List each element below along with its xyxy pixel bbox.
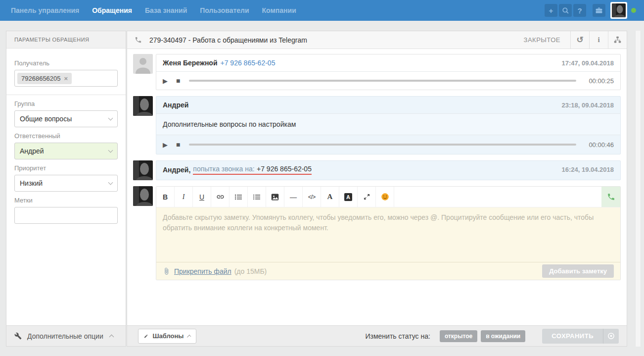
- horizontal-rule-button[interactable]: —: [284, 187, 303, 207]
- info-icon: i: [598, 36, 599, 44]
- note-textarea[interactable]: Добавьте скрытую заметку. Упомянуть колл…: [156, 207, 620, 262]
- toolbar-spacer: [394, 187, 601, 207]
- search-button[interactable]: [559, 4, 572, 17]
- audio-progress-bar[interactable]: [189, 80, 576, 82]
- ticket-params-sidebar: ПАРАМЕТРЫ ОБРАЩЕНИЯ Получатель 792686562…: [6, 31, 126, 347]
- priority-label: Приоритет: [14, 164, 118, 172]
- nav-item-companies[interactable]: Компании: [262, 6, 296, 14]
- attach-file-link[interactable]: Прикрепить файл: [174, 267, 231, 275]
- message-timestamp: 17:47, 09.04.2018: [561, 59, 614, 67]
- message-author: Андрей,: [163, 166, 190, 174]
- code-button[interactable]: </>: [303, 187, 321, 207]
- message-text: Дополнительные вопросы по настройкам: [156, 114, 620, 135]
- add-note-button[interactable]: Добавить заметку: [542, 264, 614, 278]
- help-button[interactable]: ?: [573, 4, 586, 17]
- ticket-header-left: 279-340497 - Работа с обращениями из Tel…: [127, 31, 307, 49]
- history-icon: ↺: [576, 35, 583, 45]
- additional-options-toggle[interactable]: Дополнительные опции: [6, 325, 126, 346]
- user-avatar[interactable]: [610, 2, 627, 19]
- link-button[interactable]: [211, 187, 230, 207]
- link-icon: [216, 193, 225, 201]
- paperclip-icon: [163, 267, 170, 275]
- additional-options-label: Дополнительные опции: [27, 332, 103, 340]
- briefcase-icon: [595, 6, 603, 14]
- avatar: [133, 54, 153, 74]
- nav-item-users[interactable]: Пользователи: [200, 6, 249, 14]
- ordered-list-icon: [235, 194, 242, 200]
- stop-button[interactable]: ■: [176, 77, 180, 85]
- nav-item-tickets[interactable]: Обращения: [92, 6, 132, 14]
- briefcase-button[interactable]: [593, 4, 605, 17]
- stop-button[interactable]: ■: [176, 141, 180, 149]
- ticket-main-panel: 279-340497 - Работа с обращениями из Tel…: [127, 31, 627, 347]
- caller-phone-link[interactable]: +7 926 865-62-05: [221, 59, 276, 67]
- status-open-button[interactable]: открытое: [440, 330, 477, 342]
- history-button[interactable]: ↺: [570, 31, 589, 49]
- ticket-status-badge: ЗАКРЫТОЕ: [514, 31, 570, 49]
- code-icon: </>: [308, 194, 315, 201]
- background-color-icon: A: [344, 193, 352, 201]
- add-button[interactable]: +: [545, 4, 557, 17]
- merge-button[interactable]: [608, 31, 627, 49]
- underline-button[interactable]: U: [193, 187, 211, 207]
- image-icon: [271, 193, 279, 201]
- avatar-photo: [612, 3, 626, 17]
- expand-button[interactable]: [358, 187, 376, 207]
- unordered-list-icon: [253, 194, 260, 200]
- info-button[interactable]: i: [589, 31, 608, 49]
- unordered-list-button[interactable]: [248, 187, 266, 207]
- message-timestamp: 23:18, 09.04.2018: [561, 102, 614, 109]
- avatar: [133, 160, 153, 180]
- group-select[interactable]: Общие вопросы: [14, 110, 118, 127]
- chevron-down-icon: [108, 148, 113, 153]
- message-author: Женя Бережной: [163, 59, 218, 67]
- phone-channel-icon: [135, 36, 142, 44]
- assignee-select[interactable]: Андрей: [14, 143, 118, 159]
- templates-label: Шаблоны: [152, 332, 184, 340]
- chevron-up-icon: [187, 335, 191, 339]
- message-header: Женя Бережной +7 926 865-62-05 17:47, 09…: [156, 54, 620, 72]
- underline-icon: U: [199, 193, 204, 201]
- assignee-value: Андрей: [20, 147, 44, 155]
- audio-player: ▶ ■ 00:00:46: [156, 135, 620, 154]
- ordered-list-button[interactable]: [230, 187, 248, 207]
- bold-button[interactable]: B: [156, 187, 175, 207]
- status-pending-button[interactable]: в ожидании: [481, 330, 525, 342]
- change-status-label: Изменить статус на:: [365, 332, 430, 340]
- message-header: Андрей, попытка звонка на: +7 926 865-62…: [156, 161, 620, 178]
- audio-progress-bar[interactable]: [189, 144, 576, 146]
- page-scrollbar[interactable]: [635, 31, 641, 347]
- sidebar-title: ПАРАМЕТРЫ ОБРАЩЕНИЯ: [6, 31, 126, 49]
- save-options-button[interactable]: [603, 329, 619, 344]
- nav-item-dashboard[interactable]: Панель управления: [11, 6, 79, 14]
- message-author: Андрей: [163, 101, 188, 109]
- group-label: Группа: [14, 100, 118, 107]
- tags-input[interactable]: [14, 207, 118, 224]
- play-button[interactable]: ▶: [163, 77, 168, 85]
- message-row: Андрей, попытка звонка на: +7 926 865-62…: [133, 160, 621, 180]
- search-icon: [562, 7, 569, 14]
- priority-select[interactable]: Низкий: [14, 175, 118, 192]
- call-attempt-link[interactable]: попытка звонка на:: [193, 165, 254, 173]
- templates-dropdown[interactable]: Шаблоны: [138, 329, 196, 344]
- avatar: [133, 186, 153, 206]
- insert-image-button[interactable]: [266, 187, 284, 207]
- nav-item-knowledge-base[interactable]: База знаний: [145, 6, 187, 14]
- save-button[interactable]: СОХРАНИТЬ: [542, 329, 603, 344]
- save-split-button: СОХРАНИТЬ: [542, 329, 619, 344]
- background-color-button[interactable]: A: [339, 187, 358, 207]
- play-button[interactable]: ▶: [163, 141, 168, 149]
- recipient-input[interactable]: 79268656205 ×: [14, 70, 118, 87]
- emoji-button[interactable]: [376, 187, 394, 207]
- message-card: Андрей 23:18, 09.04.2018 Дополнительные …: [156, 96, 621, 154]
- attach-size-hint: (до 15МБ): [234, 267, 267, 275]
- assignee-label: Ответственный: [14, 132, 118, 140]
- recipient-label: Получатель: [14, 59, 118, 67]
- remove-tag-icon[interactable]: ×: [64, 75, 68, 82]
- audio-duration: 00:00:25: [585, 77, 614, 85]
- online-status-dot: [631, 8, 636, 13]
- call-button[interactable]: [601, 187, 620, 207]
- italic-button[interactable]: I: [175, 187, 193, 207]
- editor-toolbar: B I U: [156, 187, 620, 207]
- font-color-button[interactable]: A: [321, 187, 339, 207]
